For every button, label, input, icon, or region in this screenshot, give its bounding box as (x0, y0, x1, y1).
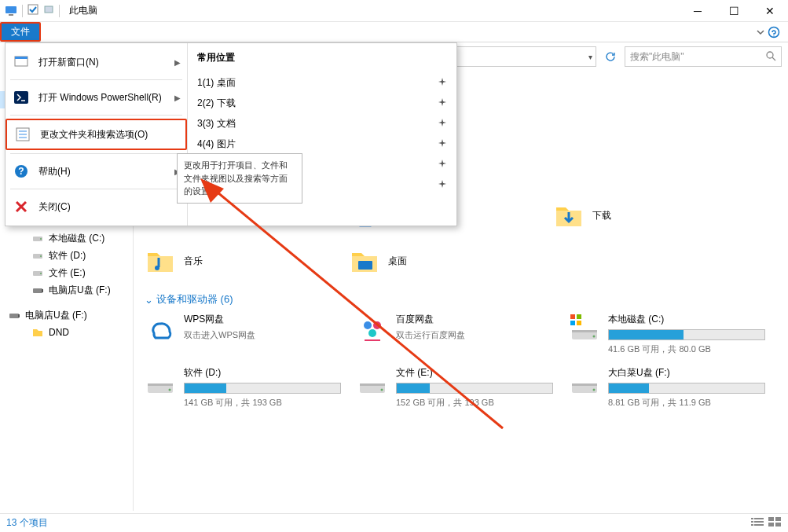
submenu-arrow-icon: ▶ (174, 94, 181, 102)
pin-icon[interactable] (438, 77, 447, 89)
svg-point-27 (40, 273, 42, 274)
drive-icon (31, 266, 44, 279)
svg-rect-62 (754, 521, 764, 523)
sidebar-item[interactable]: 电脑店U盘 (F:) (0, 281, 133, 299)
capacity-bar (608, 329, 765, 340)
recent-item[interactable]: 1(1) 桌面 (197, 72, 447, 93)
usb-icon (31, 284, 44, 296)
options-icon (13, 125, 32, 144)
drive-icon (31, 249, 44, 262)
drive-icon (31, 232, 44, 244)
search-placeholder: 搜索"此电脑" (630, 50, 684, 64)
menu-item-powershell[interactable]: 打开 Windows PowerShell(R) ▶ (5, 83, 187, 112)
file-tab[interactable]: 文件 (0, 22, 41, 42)
drive-item[interactable]: 本地磁盘 (C:)41.6 GB 可用，共 80.0 GB (569, 313, 765, 355)
refresh-button[interactable] (601, 46, 620, 67)
help-icon: ? (12, 162, 31, 181)
sidebar-item[interactable]: DND (0, 324, 133, 341)
svg-rect-64 (754, 524, 764, 526)
svg-rect-70 (15, 57, 27, 59)
folder-icon (145, 245, 176, 277)
search-input[interactable]: 搜索"此电脑" (625, 46, 782, 67)
recent-item[interactable]: 3(3) 文档 (197, 113, 447, 134)
chevron-down-icon: ⌄ (145, 294, 153, 306)
menu-item-folder-options[interactable]: 更改文件夹和搜索选项(O) (5, 119, 187, 150)
svg-rect-30 (9, 314, 19, 318)
recent-header: 常用位置 (197, 51, 447, 64)
folder-item[interactable]: 下载 (553, 196, 742, 234)
ribbon-tabs: 文件 (0, 22, 788, 42)
svg-point-40 (373, 321, 381, 329)
maximize-button[interactable]: ☐ (716, 0, 752, 22)
pin-icon[interactable] (438, 97, 447, 109)
drive-item[interactable]: 文件 (E:)152 GB 可用，共 193 GB (357, 366, 553, 409)
drive-icon (357, 313, 388, 344)
usb-icon (8, 309, 20, 321)
sidebar-item[interactable]: 本地磁盘 (C:) (0, 229, 133, 247)
menu-item-help[interactable]: ? 帮助(H) ▶ (5, 157, 187, 185)
svg-rect-54 (360, 383, 385, 386)
svg-rect-66 (775, 517, 781, 521)
sidebar-item[interactable]: 电脑店U盘 (F:) (0, 306, 133, 324)
svg-rect-0 (5, 6, 16, 13)
svg-rect-1 (9, 14, 13, 16)
svg-rect-3 (45, 6, 53, 13)
drive-icon (357, 366, 388, 398)
svg-point-39 (364, 321, 372, 329)
drive-item[interactable]: 百度网盘双击运行百度网盘 (357, 313, 553, 355)
details-view-icon[interactable] (750, 516, 764, 530)
minimize-button[interactable]: ─ (680, 0, 716, 22)
item-count: 13 个项目 (6, 516, 48, 530)
folder-item[interactable]: 桌面 (349, 242, 537, 280)
folder-icon (349, 245, 380, 277)
tiles-view-icon[interactable] (768, 516, 782, 530)
drives-section-header[interactable]: ⌄ 设备和驱动器 (6) (145, 292, 777, 306)
folder-icon (553, 200, 585, 231)
recent-item[interactable]: 2(2) 下载 (197, 93, 447, 113)
svg-point-41 (368, 329, 376, 337)
pin-icon[interactable] (438, 159, 447, 171)
svg-rect-43 (570, 314, 575, 319)
qat-folder-icon[interactable] (43, 4, 54, 17)
chevron-down-icon[interactable]: ▾ (588, 53, 592, 61)
svg-rect-67 (768, 523, 774, 526)
capacity-bar (396, 383, 553, 394)
close-button[interactable]: ✕ (752, 0, 788, 22)
menu-item-close[interactable]: 关闭(C) (5, 193, 187, 221)
svg-rect-29 (42, 289, 43, 292)
drive-item[interactable]: 大白菜U盘 (F:)8.81 GB 可用，共 11.9 GB (569, 366, 765, 409)
svg-point-23 (40, 238, 42, 240)
svg-point-37 (155, 266, 159, 270)
submenu-arrow-icon: ▶ (174, 58, 181, 67)
svg-rect-45 (570, 321, 575, 325)
recent-item[interactable]: 4(4) 图片 (197, 134, 447, 154)
svg-rect-46 (577, 321, 581, 325)
qat-checkbox-icon[interactable] (27, 4, 38, 17)
drive-icon (145, 366, 176, 398)
address-bar[interactable]: ▾ (455, 46, 596, 67)
pin-icon[interactable] (438, 118, 447, 130)
svg-text:?: ? (18, 166, 24, 177)
drive-icon (569, 313, 600, 344)
drive-item[interactable]: 软件 (D:)141 GB 可用，共 193 GB (145, 366, 341, 409)
capacity-bar (184, 383, 341, 394)
svg-rect-51 (148, 383, 173, 386)
pin-icon[interactable] (438, 138, 447, 150)
system-icon[interactable] (5, 5, 17, 17)
menu-item-new-window[interactable]: 打开新窗口(N) ▶ (5, 48, 187, 76)
drive-item[interactable]: WPS网盘双击进入WPS网盘 (145, 313, 341, 355)
sidebar-item[interactable]: 软件 (D:) (0, 247, 133, 264)
svg-rect-48 (572, 330, 597, 332)
sidebar-item[interactable]: 文件 (E:) (0, 264, 133, 281)
svg-rect-60 (754, 518, 764, 519)
ribbon-collapse-icon[interactable] (748, 22, 788, 42)
svg-rect-31 (18, 314, 20, 317)
svg-rect-44 (577, 314, 581, 319)
folder-item[interactable]: 音乐 (145, 242, 333, 280)
svg-rect-68 (775, 523, 781, 526)
pin-icon[interactable] (438, 179, 447, 191)
search-icon[interactable] (765, 50, 776, 64)
close-icon (12, 197, 31, 216)
svg-point-25 (40, 255, 42, 257)
svg-rect-59 (751, 518, 753, 519)
